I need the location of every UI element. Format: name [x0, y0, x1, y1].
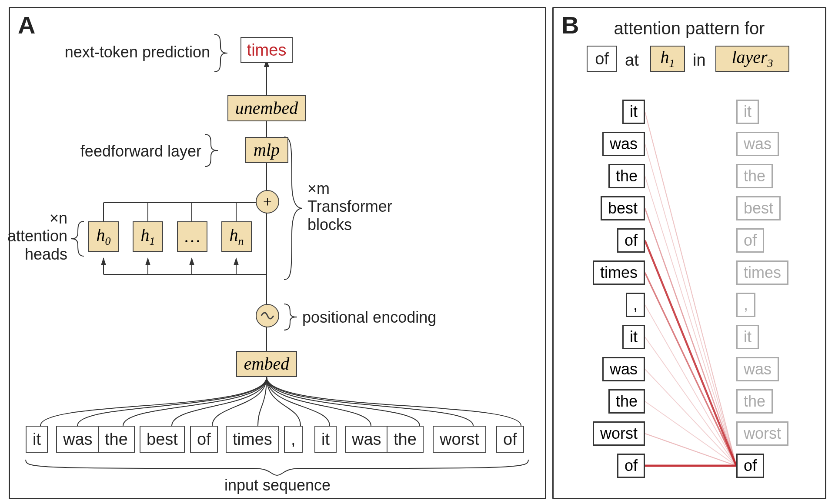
embed-box: embed: [236, 351, 297, 377]
caption-next-token: next-token prediction: [40, 43, 210, 61]
attn-right-token: ,: [736, 293, 755, 317]
pos-enc-node: [256, 304, 279, 327]
panel-a: A: [9, 7, 546, 499]
caption-attention-heads: ×n attention heads: [0, 209, 67, 263]
attn-right-token: was: [736, 132, 779, 156]
attn-left-token: it: [622, 325, 645, 349]
head-n: hn: [221, 221, 252, 252]
head-dots: …: [177, 221, 207, 252]
attn-left-token: the: [608, 389, 645, 414]
attn-left-token: ,: [626, 293, 645, 317]
input-token: was: [56, 426, 100, 453]
attn-right-token: the: [736, 389, 773, 414]
attn-left-token: it: [622, 100, 645, 124]
attn-right-token: best: [736, 196, 781, 220]
head-1: h1: [133, 221, 163, 252]
panel-a-lines: [10, 8, 545, 498]
svg-line-22: [645, 369, 736, 466]
unembed-box: unembed: [227, 95, 306, 121]
caption-transformer-blocks: ×m Transformer blocks: [307, 180, 421, 234]
attn-right-token: worst: [736, 421, 788, 446]
svg-line-15: [645, 144, 736, 466]
input-token: best: [140, 426, 185, 453]
mlp-box: mlp: [245, 137, 288, 163]
input-token: ,: [284, 426, 303, 453]
svg-line-17: [645, 208, 736, 466]
attn-right-token: of: [736, 228, 764, 253]
attn-left-token: times: [593, 260, 645, 285]
attn-left-token: worst: [593, 421, 645, 446]
input-token: the: [98, 426, 135, 453]
title-layer3: layer3: [715, 46, 789, 72]
svg-line-14: [645, 112, 736, 466]
svg-line-21: [645, 337, 736, 466]
title-token-of: of: [587, 46, 617, 72]
caption-mlp: feedforward layer: [58, 142, 201, 160]
input-token: it: [26, 426, 48, 453]
input-token: the: [387, 426, 424, 453]
tb-label-2: blocks: [307, 216, 352, 234]
input-token: worst: [433, 426, 486, 453]
svg-line-23: [645, 401, 736, 466]
title-h1: h1: [650, 46, 685, 72]
figure-root: A: [0, 0, 835, 504]
input-token: was: [345, 426, 388, 453]
svg-line-20: [645, 305, 736, 466]
svg-line-16: [645, 176, 736, 466]
target-of-box: of: [736, 454, 764, 478]
attn-left-token: was: [602, 357, 645, 381]
plus-node: +: [256, 190, 279, 214]
title-at: at: [625, 51, 639, 70]
panel-b: B attention pattern for of at h1 in laye…: [552, 7, 826, 499]
input-token: of: [496, 426, 524, 453]
caption-pos-enc: positional encoding: [302, 308, 459, 327]
attn-right-token: it: [736, 325, 759, 349]
attn-left-token: was: [602, 132, 645, 156]
input-token: times: [226, 426, 279, 453]
xm-label: ×m: [307, 180, 330, 197]
svg-line-24: [645, 434, 736, 466]
title-in: in: [693, 51, 706, 70]
predicted-token-box: times: [240, 37, 293, 63]
attn-left-token: of: [617, 228, 645, 253]
input-token: of: [190, 426, 218, 453]
svg-line-18: [645, 240, 736, 466]
attn-right-token: times: [736, 260, 788, 285]
xn-label: ×n: [50, 209, 67, 227]
caption-input-seq: input sequence: [10, 476, 545, 494]
attn-right-token: the: [736, 164, 773, 188]
input-token: it: [314, 426, 337, 453]
attn-right-token: was: [736, 357, 779, 381]
attn-label-1: attention: [7, 227, 67, 245]
attn-left-token: the: [608, 164, 645, 188]
attn-label-2: heads: [25, 245, 67, 263]
attn-left-token: best: [601, 196, 645, 220]
panel-b-title: attention pattern for: [554, 19, 825, 38]
svg-line-19: [645, 273, 736, 466]
attn-left-token: of: [617, 454, 645, 478]
tb-label-1: Transformer: [307, 197, 392, 215]
panel-a-label: A: [18, 11, 35, 39]
attn-right-token: it: [736, 100, 759, 124]
head-0: h0: [88, 221, 119, 252]
sine-icon: [261, 309, 274, 323]
